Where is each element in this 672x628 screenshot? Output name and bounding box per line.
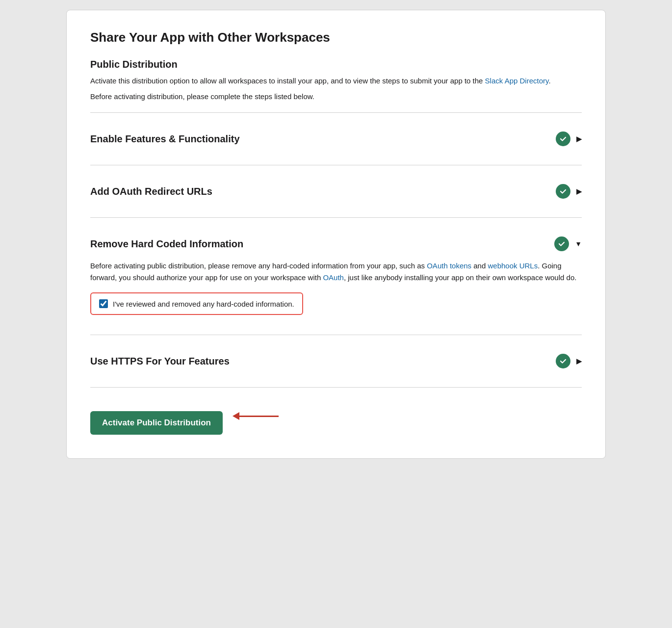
remove-hard-coded-expanded: Before activating public distribution, p…: [90, 260, 582, 325]
public-distribution-title: Public Distribution: [90, 59, 582, 70]
remove-hard-coded-desc: Before activating public distribution, p…: [90, 260, 582, 284]
divider-4: [90, 335, 582, 335]
add-oauth-title: Add OAuth Redirect URLs: [90, 186, 212, 197]
webhook-urls-link[interactable]: webhook URLs: [488, 262, 538, 270]
remove-hard-coded-controls: ▼: [554, 236, 582, 251]
enable-features-chevron: ▶: [576, 135, 582, 143]
enable-features-check: [556, 131, 570, 146]
add-oauth-controls: ▶: [556, 184, 582, 199]
oauth-link[interactable]: OAuth: [323, 273, 344, 282]
add-oauth-row[interactable]: Add OAuth Redirect URLs ▶: [90, 175, 582, 208]
remove-hard-coded-check: [554, 236, 569, 251]
divider-5: [90, 387, 582, 388]
slack-app-directory-link[interactable]: Slack App Directory: [485, 77, 549, 85]
oauth-tokens-link[interactable]: OAuth tokens: [427, 262, 471, 270]
activate-public-distribution-button[interactable]: Activate Public Distribution: [90, 411, 223, 435]
hard-coded-checkbox-container[interactable]: I've reviewed and removed any hard-coded…: [90, 292, 303, 315]
divider-3: [90, 217, 582, 218]
arrow-shaft-icon: [239, 416, 279, 417]
use-https-controls: ▶: [556, 354, 582, 368]
bottom-section: Activate Public Distribution: [90, 397, 582, 435]
enable-features-controls: ▶: [556, 131, 582, 146]
public-distribution-desc1: Activate this distribution option to all…: [90, 75, 582, 87]
add-oauth-check: [556, 184, 570, 199]
divider-1: [90, 112, 582, 113]
remove-hard-coded-row[interactable]: Remove Hard Coded Information ▼: [90, 228, 582, 260]
enable-features-row[interactable]: Enable Features & Functionality ▶: [90, 123, 582, 155]
use-https-title: Use HTTPS For Your Features: [90, 356, 230, 367]
use-https-chevron: ▶: [576, 357, 582, 365]
add-oauth-chevron: ▶: [576, 187, 582, 195]
page-title: Share Your App with Other Workspaces: [90, 30, 582, 45]
divider-2: [90, 165, 582, 165]
use-https-check: [556, 354, 570, 368]
remove-hard-coded-chevron: ▼: [575, 240, 582, 248]
hard-coded-checkbox-label: I've reviewed and removed any hard-coded…: [113, 300, 294, 308]
enable-features-title: Enable Features & Functionality: [90, 133, 240, 145]
main-card: Share Your App with Other Workspaces Pub…: [66, 10, 606, 459]
remove-hard-coded-title: Remove Hard Coded Information: [90, 238, 243, 250]
use-https-row[interactable]: Use HTTPS For Your Features ▶: [90, 345, 582, 377]
public-distribution-desc2: Before activating distribution, please c…: [90, 91, 582, 103]
arrow-head-icon: [233, 412, 239, 420]
hard-coded-checkbox[interactable]: [99, 299, 108, 308]
arrow-indicator: [233, 412, 279, 420]
